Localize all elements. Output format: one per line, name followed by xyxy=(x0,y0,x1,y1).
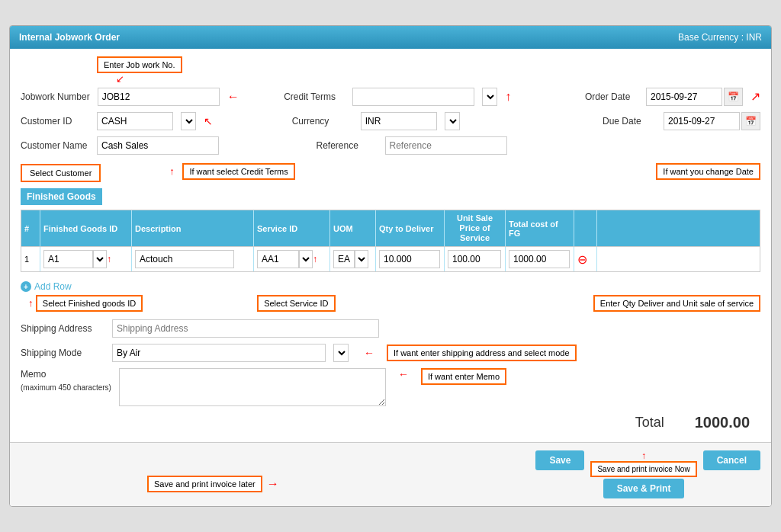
annotation-save-now: Save and print invoice Now xyxy=(590,461,696,477)
arrow-order-date: ↗ xyxy=(750,89,760,104)
footer: Save and print invoice later → Save ↑ Sa… xyxy=(10,442,771,506)
table-header-row: # Finished Goods ID Description Service … xyxy=(21,210,760,247)
row-jobwork: Jobwork Number ← Credit Terms ▼ ↑ Order … xyxy=(21,88,760,106)
customer-name-input[interactable] xyxy=(97,136,219,155)
unit-price-input[interactable] xyxy=(448,250,501,268)
shipping-mode-row: Shipping Mode ▼ ← If want enter shipping… xyxy=(21,344,760,362)
arrow-customer-id: ↖ xyxy=(204,115,213,127)
total-section: Total 1000.00 xyxy=(21,406,760,434)
shipping-mode-dropdown[interactable]: ▼ xyxy=(333,344,349,362)
shipping-address-row: Shipping Address xyxy=(21,319,760,338)
shipping-mode-input[interactable] xyxy=(112,344,326,362)
arrow-shipping: ← xyxy=(364,347,374,359)
cell-unit-price xyxy=(445,247,506,271)
credit-terms-dropdown[interactable]: ▼ xyxy=(482,88,497,106)
credit-terms-input[interactable] xyxy=(352,88,474,106)
due-date-calendar[interactable]: 📅 xyxy=(741,112,760,130)
annotation-shipping: If want enter shipping address and selec… xyxy=(387,345,577,361)
order-date-calendar[interactable]: 📅 xyxy=(724,88,743,106)
cancel-button[interactable]: Cancel xyxy=(703,450,760,470)
button-group: Save ↑ Save and print invoice Now Save &… xyxy=(535,450,760,498)
col-service-id: Service ID xyxy=(254,210,330,247)
arrow-credit-terms-ann: ↑ xyxy=(169,165,180,177)
annotation-enter-jobwork: Enter Job work No. xyxy=(97,56,182,73)
table-row: 1 ▼ ↑ ▼ ↑ ▼ xyxy=(21,246,760,271)
credit-terms-label: Credit Terms xyxy=(284,91,345,102)
finished-goods-header: Finished Goods xyxy=(21,188,102,205)
col-unit-price: Unit Sale Price of Service xyxy=(445,210,506,247)
uom-input[interactable] xyxy=(333,250,355,268)
annotation-credit-terms: If want select Credit Terms xyxy=(182,163,294,180)
finished-goods-table: # Finished Goods ID Description Service … xyxy=(21,210,760,273)
fg-id-input[interactable] xyxy=(43,250,93,268)
currency-input[interactable] xyxy=(361,112,437,130)
form-body: Enter Job work No. ↙ Jobwork Number ← Cr… xyxy=(10,49,771,443)
currency-label: Currency xyxy=(292,116,353,127)
annotation-save-later-area: Save and print invoice later → xyxy=(147,476,279,492)
memo-input[interactable] xyxy=(119,368,386,406)
save-print-btn-wrapper: ↑ Save and print invoice Now Save & Prin… xyxy=(590,450,696,498)
shipping-address-input[interactable] xyxy=(112,319,379,338)
customer-name-label: Customer Name xyxy=(21,140,89,151)
annotation-qty-unit: Enter Qty Deliver and Unit sale of servi… xyxy=(593,295,760,312)
arrow-credit: ↑ xyxy=(505,90,511,104)
shipping-section: Shipping Address Shipping Mode ▼ ← If wa… xyxy=(21,319,760,362)
currency-dropdown[interactable]: ▼ xyxy=(445,112,460,130)
annotation-select-fg: Select Finished goods ID xyxy=(36,295,143,312)
add-row-button[interactable]: + Add Row xyxy=(21,278,72,295)
col-fg-id: Finished Goods ID xyxy=(40,210,132,247)
arrow-save-later: → xyxy=(267,477,279,491)
due-date-label: Due Date xyxy=(603,116,656,127)
remove-row-button[interactable]: ⊖ xyxy=(577,252,587,267)
row-customer-id: Customer ID ▼ ↖ Currency ▼ Due Date 📅 xyxy=(21,112,760,130)
col-qty: Qty to Deliver xyxy=(376,210,445,247)
window-title: Internal Jobwork Order xyxy=(19,32,120,43)
due-date-wrapper: 📅 xyxy=(664,112,760,130)
annotation-row-2: ↑ Select Finished goods ID Select Servic… xyxy=(21,295,760,312)
annotation-row-1: Select Customer ↑ If want select Credit … xyxy=(21,161,760,182)
service-id-input[interactable] xyxy=(257,250,299,268)
due-date-input[interactable] xyxy=(664,112,740,130)
cell-qty xyxy=(376,247,445,271)
customer-id-dropdown[interactable]: ▼ xyxy=(181,112,196,130)
customer-id-label: Customer ID xyxy=(21,116,89,127)
save-print-button[interactable]: Save & Print xyxy=(603,479,685,498)
add-row-icon: + xyxy=(21,281,31,292)
col-total: Total cost of FG xyxy=(506,210,574,247)
reference-input[interactable] xyxy=(385,136,507,155)
service-id-dropdown[interactable]: ▼ xyxy=(299,250,313,268)
select-customer-button[interactable]: Select Customer xyxy=(21,164,101,182)
arrow-service-id: ↑ xyxy=(313,254,317,264)
annotation-change-date: If want you change Date xyxy=(656,163,760,180)
total-label: Total xyxy=(635,415,664,431)
annotation-memo: If want enter Memo xyxy=(421,368,506,385)
qty-input[interactable] xyxy=(379,250,440,268)
total-value: 1000.00 xyxy=(695,414,750,431)
annotation-select-service-id: Select Service ID xyxy=(257,295,335,312)
order-date-label: Order Date xyxy=(585,91,638,102)
jobwork-number-label: Jobwork Number xyxy=(21,91,90,102)
col-num: # xyxy=(21,210,40,247)
customer-id-input[interactable] xyxy=(97,112,173,130)
save-btn-wrapper: Save xyxy=(535,450,584,470)
jobwork-number-input[interactable] xyxy=(98,88,220,106)
desc-input[interactable] xyxy=(135,250,234,268)
arrow-fg-id: ↑ xyxy=(107,254,111,264)
order-date-input[interactable] xyxy=(646,88,722,106)
shipping-mode-label: Shipping Mode xyxy=(21,348,104,358)
cell-desc xyxy=(132,247,254,271)
add-row-label: Add Row xyxy=(34,281,72,292)
memo-section: Memo (maximum 450 characters) ← If want … xyxy=(21,368,760,406)
uom-dropdown[interactable]: ▼ xyxy=(355,250,368,268)
arrow-save-now: ↑ xyxy=(641,450,646,461)
fg-id-dropdown[interactable]: ▼ xyxy=(93,250,107,268)
cell-num: 1 xyxy=(21,247,40,271)
total-input[interactable] xyxy=(509,250,570,268)
row-customer-name: Customer Name Reference xyxy=(21,136,760,155)
cell-total xyxy=(506,247,574,271)
col-action xyxy=(574,210,597,247)
shipping-address-label: Shipping Address xyxy=(21,323,104,334)
col-desc: Description xyxy=(132,210,254,247)
save-button[interactable]: Save xyxy=(535,450,584,470)
finished-goods-section: Finished Goods # Finished Goods ID Descr… xyxy=(21,188,760,296)
